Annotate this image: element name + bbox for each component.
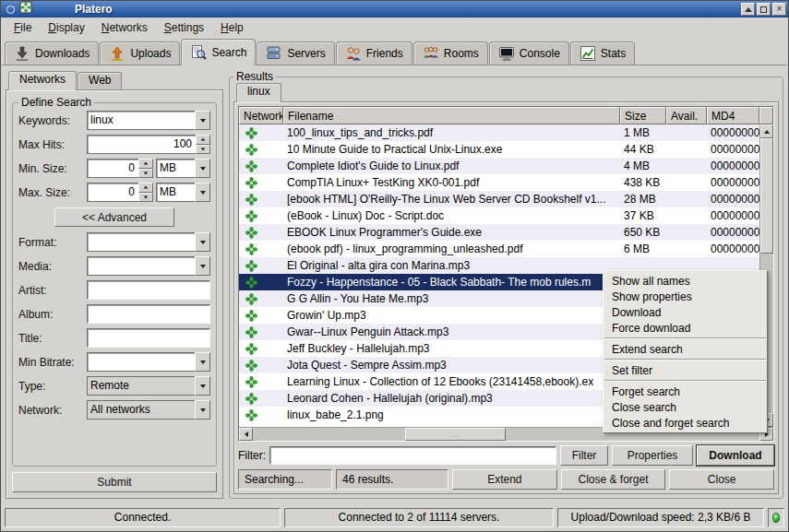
menu-networks[interactable]: Networks <box>93 19 156 36</box>
max-size-value[interactable]: 0 <box>87 183 138 202</box>
min-size-value[interactable]: 0 <box>87 159 138 178</box>
close-button[interactable]: × <box>772 3 786 16</box>
subtab-networks[interactable]: Networks <box>8 71 77 90</box>
maximize-icon <box>760 6 767 13</box>
table-row[interactable]: 100_linux_tips_and_tricks.pdf 1 MB 00000… <box>239 124 759 141</box>
spin-down-button[interactable] <box>138 169 153 179</box>
network-combo[interactable]: All networks <box>87 400 210 420</box>
vertical-scroll-thumb[interactable]: ... <box>760 138 773 254</box>
filter-button[interactable]: Filter <box>560 445 608 466</box>
tab-stats[interactable]: Stats <box>570 41 635 65</box>
type-value[interactable]: Remote <box>87 376 195 396</box>
artist-field[interactable] <box>87 280 210 300</box>
col-md4[interactable]: MD4 <box>707 107 759 124</box>
media-combo[interactable] <box>87 256 210 276</box>
pin-icon[interactable] <box>6 6 15 14</box>
title-field[interactable] <box>87 328 210 348</box>
context-menu-item[interactable]: Extend search <box>604 341 767 357</box>
close-forget-button[interactable]: Close & forget <box>561 469 666 490</box>
max-size-unit[interactable]: MB <box>156 183 195 202</box>
col-size[interactable]: Size <box>620 107 666 124</box>
keywords-combo[interactable]: linux <box>87 111 210 130</box>
connection-indicator[interactable] <box>768 508 784 527</box>
spin-down-button[interactable] <box>138 193 153 203</box>
min-size-spinner[interactable]: 0 <box>87 159 153 178</box>
context-menu-item[interactable]: Download <box>604 304 767 320</box>
download-button[interactable]: Download <box>697 445 774 466</box>
context-menu-item[interactable]: Show all names <box>604 273 767 289</box>
table-row[interactable]: CompTIA Linux+ TestKing XK0-001.pdf 438 … <box>239 174 759 191</box>
tab-friends[interactable]: Friends <box>336 41 412 65</box>
properties-button[interactable]: Properties <box>612 445 693 466</box>
context-menu-item[interactable]: Force download <box>604 320 767 336</box>
app-icon[interactable] <box>19 1 32 18</box>
network-value[interactable]: All networks <box>87 400 195 420</box>
network-icon <box>245 160 257 172</box>
spin-down-button[interactable] <box>196 145 210 155</box>
context-menu-item[interactable]: Close search <box>604 399 767 415</box>
tab-servers[interactable]: Servers <box>257 41 334 65</box>
col-filename[interactable]: Filename <box>283 107 620 124</box>
extend-button[interactable]: Extend <box>452 469 557 490</box>
advanced-button[interactable]: << Advanced <box>54 207 174 227</box>
max-hits-value[interactable]: 100 <box>87 135 196 154</box>
min-bitrate-value[interactable] <box>87 352 195 372</box>
max-size-spinner[interactable]: 0 <box>87 183 153 202</box>
min-size-unit[interactable]: MB <box>156 159 195 178</box>
format-combo[interactable] <box>87 232 210 252</box>
menu-help[interactable]: Help <box>212 19 252 36</box>
keywords-value[interactable]: linux <box>87 111 195 130</box>
context-menu-item[interactable]: Forget search <box>604 384 767 399</box>
table-row[interactable]: (eBook - Linux) Doc - Script.doc 37 KB 0… <box>239 207 759 224</box>
network-cell <box>239 210 283 222</box>
network-dropdown-button[interactable] <box>195 400 210 420</box>
horizontal-scroll-thumb[interactable]: ... <box>405 428 507 441</box>
context-menu-item[interactable]: Set filter <box>604 362 767 378</box>
table-row[interactable]: (ebook pdf) - linux_programming_unleashe… <box>239 241 759 257</box>
close-search-button[interactable]: Close <box>669 469 774 490</box>
col-network[interactable]: Network <box>239 107 283 124</box>
subtab-web[interactable]: Web <box>78 72 122 89</box>
spin-up-button[interactable] <box>138 183 153 193</box>
context-menu-item[interactable]: Close and forget search <box>604 415 767 431</box>
maximize-button[interactable] <box>757 3 771 16</box>
unit-dropdown-button[interactable] <box>195 159 210 178</box>
min-size-unit-combo[interactable]: MB <box>156 159 210 178</box>
shade-button[interactable] <box>741 3 755 16</box>
min-bitrate-combo[interactable] <box>87 352 210 372</box>
tab-console[interactable]: Console <box>489 41 569 65</box>
format-value[interactable] <box>87 232 195 252</box>
media-value[interactable] <box>87 256 195 276</box>
table-row[interactable]: [ebook HTML] O'Reilly-The Linux Web Serv… <box>239 191 759 207</box>
tab-linux[interactable]: linux <box>236 83 281 102</box>
format-dropdown-button[interactable] <box>195 232 210 252</box>
type-combo[interactable]: Remote <box>87 376 210 396</box>
media-dropdown-button[interactable] <box>195 256 210 276</box>
unit-dropdown-button[interactable] <box>195 183 210 202</box>
scroll-up-button[interactable] <box>760 124 773 138</box>
col-avail[interactable]: Avail. <box>666 107 707 124</box>
min-bitrate-dropdown-button[interactable] <box>195 352 210 372</box>
max-hits-spinner[interactable]: 100 <box>87 135 210 154</box>
table-row[interactable]: 10 Minute Guide to Practical Unix-Linux.… <box>239 141 759 158</box>
menu-display[interactable]: Display <box>40 19 92 36</box>
window-titlebar[interactable]: Platero × <box>1 1 788 18</box>
type-dropdown-button[interactable] <box>195 376 210 396</box>
table-row[interactable]: Complete Idiot's Guide to Linux.pdf 4 MB… <box>239 158 759 174</box>
keywords-dropdown-button[interactable] <box>195 111 210 130</box>
filter-input[interactable] <box>269 446 556 465</box>
menu-settings[interactable]: Settings <box>156 19 212 36</box>
tab-downloads[interactable]: Downloads <box>5 41 99 65</box>
max-size-unit-combo[interactable]: MB <box>156 183 210 202</box>
menu-file[interactable]: File <box>6 19 40 36</box>
tab-rooms[interactable]: Rooms <box>413 41 488 65</box>
table-row[interactable]: EBOOK Linux Programmer's Guide.exe 650 K… <box>239 224 759 241</box>
spin-up-button[interactable] <box>196 135 210 145</box>
scroll-left-button[interactable] <box>239 428 253 441</box>
tab-search[interactable]: Search <box>181 39 256 65</box>
submit-button[interactable]: Submit <box>12 472 217 492</box>
spin-up-button[interactable] <box>138 159 153 169</box>
tab-uploads[interactable]: Uploads <box>100 41 180 65</box>
album-field[interactable] <box>87 304 210 324</box>
context-menu-item[interactable]: Show properties <box>604 289 767 304</box>
